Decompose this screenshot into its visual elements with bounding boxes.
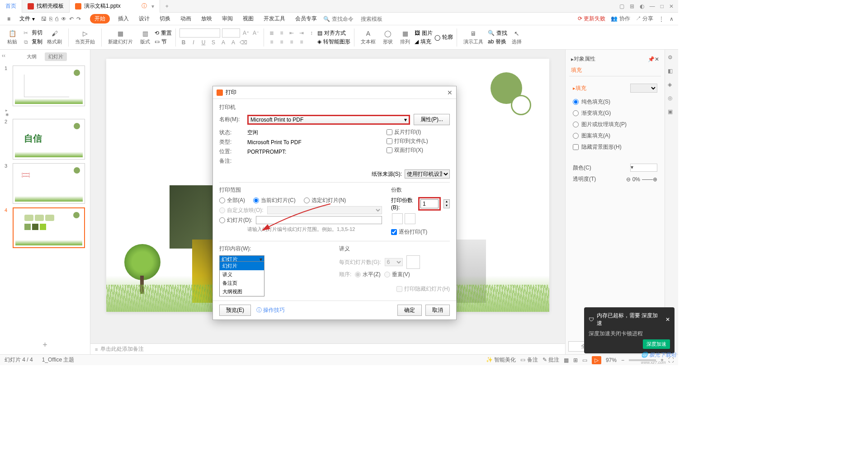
italic-button[interactable]: I <box>189 38 198 47</box>
zoom-out-icon[interactable]: − <box>621 357 624 363</box>
new-tab-button[interactable]: + <box>160 3 174 9</box>
replace-button[interactable]: ab 替换 <box>488 38 507 46</box>
color-picker[interactable]: ▾ <box>630 164 657 172</box>
picture-fill-radio[interactable] <box>573 122 579 127</box>
panel-collapse-icon[interactable]: ‹‹ <box>2 52 5 59</box>
command-search[interactable]: 🔍 <box>323 16 388 22</box>
increase-font-icon[interactable]: A⁺ <box>242 29 250 37</box>
collate-checkbox[interactable] <box>391 229 397 235</box>
reset-button[interactable]: ⟲ 重置 <box>155 29 172 37</box>
update-fail-button[interactable]: ⟳ 更新失败 <box>578 15 605 23</box>
shape-button[interactable]: ◯形状 <box>380 29 396 45</box>
dialog-close-icon[interactable]: ✕ <box>447 89 453 96</box>
picture-button[interactable]: 🖼 图片 <box>415 29 433 37</box>
slides-tab[interactable]: 幻灯片 <box>45 52 67 61</box>
layers-icon[interactable]: ▣ <box>668 108 676 117</box>
more-icon[interactable]: ⋮ <box>659 16 664 22</box>
thumb-1[interactable]: 1 <box>5 66 85 106</box>
save-as-icon[interactable]: ⎘ <box>49 16 52 22</box>
fill-button[interactable]: ◢ 填充 <box>415 38 433 46</box>
tab-insert[interactable]: 插入 <box>116 14 131 24</box>
reverse-print-checkbox[interactable] <box>387 129 392 135</box>
toast-close-icon[interactable]: ✕ <box>665 316 670 323</box>
beautify-button[interactable]: ✨ 智能美化 <box>486 356 516 364</box>
layout-icon[interactable]: ▢ <box>619 3 624 9</box>
undo-icon[interactable]: ↶ <box>69 16 74 22</box>
arrange-button[interactable]: ▦排列 <box>397 29 413 45</box>
font-size-select[interactable] <box>222 28 240 38</box>
range-all-radio[interactable] <box>219 197 225 203</box>
tab-document[interactable]: 演示文稿1.pptxⓘ▾ <box>70 0 160 13</box>
paste-group[interactable]: 📋粘贴 <box>5 29 20 45</box>
tab-start[interactable]: 开始 <box>90 14 110 24</box>
bold-button[interactable]: B <box>179 38 188 47</box>
dd-slides[interactable]: 幻灯片 <box>220 262 264 270</box>
tab-slideshow[interactable]: 放映 <box>199 14 214 24</box>
pattern-fill-radio[interactable] <box>573 133 579 139</box>
justify-button[interactable]: ≡ <box>297 38 306 46</box>
print-to-file-checkbox[interactable] <box>387 138 392 144</box>
cancel-button[interactable]: 取消 <box>425 305 450 316</box>
indent-left-button[interactable]: ⇤ <box>288 29 296 37</box>
notes-bar[interactable]: ≡ 单击此处添加备注 <box>90 343 565 354</box>
find-button[interactable]: 🔍 查找 <box>488 29 507 37</box>
notes-button[interactable]: ▭ 备注 <box>520 356 538 364</box>
close-panel-icon[interactable]: ✕ <box>655 56 659 62</box>
textbox-button[interactable]: A文本框 <box>358 29 378 45</box>
view-normal-icon[interactable]: ▦ <box>564 357 569 363</box>
dd-handouts[interactable]: 讲义 <box>220 270 264 279</box>
collapse-ribbon-icon[interactable]: ∧ <box>670 16 674 22</box>
user-icon[interactable]: ◐ <box>640 3 644 9</box>
preview-button[interactable]: 预览(E) <box>219 305 251 316</box>
printer-select[interactable]: Microsoft Print to PDF▾ <box>247 115 410 125</box>
tab-view[interactable]: 视图 <box>241 14 255 24</box>
copies-down-icon[interactable]: ▼ <box>444 204 449 208</box>
section-button[interactable]: ▭ 节 <box>155 38 172 46</box>
tab-vip[interactable]: 会员专享 <box>293 14 319 24</box>
thumb-4[interactable]: 4 <box>5 207 85 248</box>
dd-notes[interactable]: 备注页 <box>220 279 264 287</box>
line-spacing-button[interactable]: ↕ <box>307 29 316 37</box>
font-color-button[interactable]: A <box>219 38 227 47</box>
decrease-font-icon[interactable]: A⁻ <box>252 29 260 37</box>
grid-icon[interactable]: ⊞ <box>630 3 634 9</box>
tips-link[interactable]: ⓘ 操作技巧 <box>256 306 285 314</box>
view-reading-icon[interactable]: ▭ <box>582 357 587 363</box>
tab-review[interactable]: 审阅 <box>220 14 235 24</box>
gradient-fill-radio[interactable] <box>573 110 579 116</box>
fill-section-header[interactable]: 填充 <box>569 65 661 76</box>
printer-properties-button[interactable]: 属性(P)... <box>414 114 450 125</box>
clear-format-button[interactable]: ⌫ <box>239 38 247 47</box>
share-button[interactable]: ↗ 分享 <box>636 15 653 23</box>
slideshow-button[interactable]: ▷ <box>592 356 601 364</box>
copies-input[interactable] <box>420 199 439 208</box>
location-icon[interactable]: ◎ <box>668 95 676 103</box>
layout-button[interactable]: ▥版式 <box>137 29 153 45</box>
indent-right-button[interactable]: ⇥ <box>297 29 306 37</box>
outline-button[interactable]: ◯ 轮廓 <box>434 33 453 41</box>
copy-button[interactable]: ⧉ <box>22 38 30 46</box>
range-current-radio[interactable] <box>253 197 259 203</box>
tab-devtools[interactable]: 开发工具 <box>262 14 287 24</box>
file-menu[interactable]: 文件 ▾ <box>17 14 38 24</box>
paper-source-select[interactable]: 使用打印机设置 <box>405 169 450 179</box>
bullets-button[interactable]: ≣ <box>268 29 276 37</box>
dd-outline[interactable]: 大纲视图 <box>220 287 264 296</box>
smart-graphic-button[interactable]: ◈ 转智能图形 <box>317 38 350 46</box>
coop-button[interactable]: 👥 协作 <box>611 15 630 23</box>
print-icon[interactable]: ⎙ <box>55 16 58 22</box>
font-select[interactable] <box>179 28 220 38</box>
from-current-button[interactable]: ▷当页开始 <box>72 29 98 45</box>
tab-animation[interactable]: 动画 <box>179 14 193 24</box>
tab-design[interactable]: 设计 <box>137 14 151 24</box>
redo-icon[interactable]: ↷ <box>76 16 81 22</box>
align-right-button[interactable]: ≡ <box>288 38 296 46</box>
accelerate-button[interactable]: 深度加速 <box>643 339 670 349</box>
style-icon[interactable]: ◧ <box>668 68 676 76</box>
solid-fill-radio[interactable] <box>573 99 579 105</box>
maximize-icon[interactable]: □ <box>660 3 664 9</box>
fill-type-select[interactable] <box>630 84 657 93</box>
animation-icon[interactable]: ◈ <box>668 81 676 89</box>
view-sorter-icon[interactable]: ⊞ <box>573 357 578 363</box>
tools-button[interactable]: 🖥演示工具 <box>461 29 486 45</box>
